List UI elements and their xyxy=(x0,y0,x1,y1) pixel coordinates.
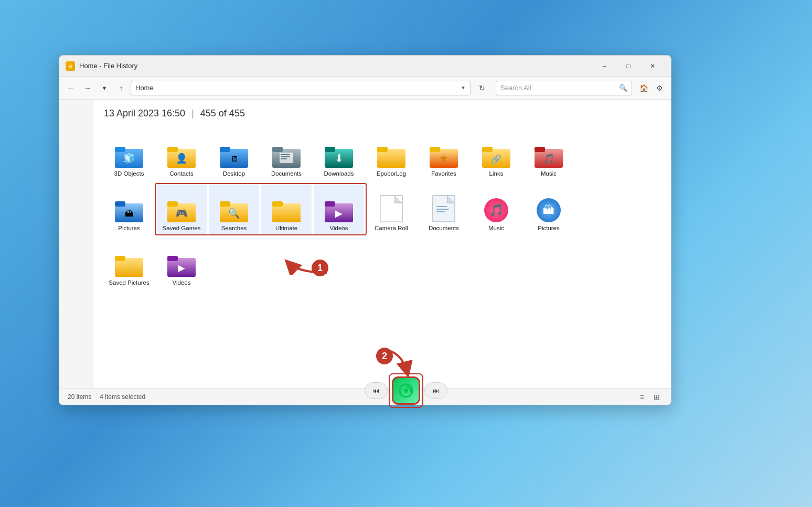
selected-count: 4 items selected xyxy=(100,393,145,401)
svg-text:🎮: 🎮 xyxy=(176,208,188,219)
home-button[interactable]: 🏠 xyxy=(636,81,651,95)
svg-text:▶: ▶ xyxy=(335,208,343,219)
title-bar: H Home - File History – □ ✕ xyxy=(59,56,671,77)
svg-text:⬇: ⬇ xyxy=(335,153,344,164)
folder-saved-pictures-label: Saved Pictures xyxy=(105,279,153,287)
nav-controls: ⏮ 2 ⏭ xyxy=(365,376,447,405)
prev-button[interactable]: ⏮ xyxy=(365,382,388,399)
forward-button[interactable]: → xyxy=(80,81,95,95)
navigation-bar: ← → ▼ ↑ Home ▼ ↻ Search All 🔍 🏠 ⚙ xyxy=(59,77,671,100)
window-controls: – □ ✕ xyxy=(592,58,665,74)
annotation-1-area: 1 xyxy=(282,244,329,277)
folder-desktop[interactable]: 🖥 Desktop xyxy=(209,130,259,180)
svg-rect-11 xyxy=(220,147,230,152)
address-bar[interactable]: Home ▼ xyxy=(131,81,471,95)
close-button[interactable]: ✕ xyxy=(640,58,665,74)
restore-button-container: 2 xyxy=(392,376,420,405)
svg-rect-37 xyxy=(167,201,178,207)
svg-text:H: H xyxy=(69,64,72,69)
folder-videos-row3[interactable]: ▶ Videos xyxy=(156,239,207,289)
list-view-button[interactable]: ≡ xyxy=(636,391,648,403)
folder-links[interactable]: 🔗 Links xyxy=(471,130,521,180)
file-documents[interactable]: Documents xyxy=(419,184,469,234)
svg-rect-25 xyxy=(430,147,440,152)
next-button[interactable]: ⏭ xyxy=(424,382,447,399)
annotation-2-area: 2 xyxy=(376,348,418,381)
maximize-button[interactable]: □ xyxy=(616,58,640,74)
icon-music[interactable]: 🎵 Music xyxy=(471,184,521,234)
folder-desktop-label: Desktop xyxy=(210,170,258,178)
up-button[interactable]: ↑ xyxy=(114,81,129,95)
folder-pictures[interactable]: 🏔 Pictures xyxy=(104,184,154,234)
window-title: Home - File History xyxy=(79,62,592,70)
date-info-bar: 13 April 2023 16:50 | 455 of 455 xyxy=(104,108,660,119)
file-grid-row-2: 🏔 Pictures 🎮 xyxy=(104,184,660,234)
status-bar-left: 20 items 4 items selected xyxy=(68,393,636,401)
folder-epuborlog[interactable]: EpuborLog xyxy=(366,130,416,180)
icon-music-label: Music xyxy=(473,224,520,232)
main-content: 13 April 2023 16:50 | 455 of 455 xyxy=(93,100,671,388)
folder-downloads[interactable]: ⬇ Downloads xyxy=(314,130,364,180)
folder-documents[interactable]: Documents xyxy=(261,130,312,180)
svg-point-65 xyxy=(404,389,408,393)
file-documents-label: Documents xyxy=(420,224,467,232)
svg-text:👤: 👤 xyxy=(176,153,188,164)
folder-saved-games[interactable]: 🎮 Saved Games xyxy=(156,184,207,234)
back-button[interactable]: ← xyxy=(63,81,78,95)
settings-button[interactable]: ⚙ xyxy=(652,81,667,95)
folder-music[interactable]: 🎵 Music xyxy=(523,130,574,180)
folder-documents-label: Documents xyxy=(263,170,310,178)
folder-contacts[interactable]: 👤 Contacts xyxy=(156,130,207,180)
search-icon[interactable]: 🔍 xyxy=(619,84,627,92)
folder-searches[interactable]: 🔍 Searches xyxy=(209,184,259,234)
file-grid-row-1: 🧊 3D Objects xyxy=(104,130,660,180)
folder-favorites[interactable]: ★ Favorites xyxy=(419,130,469,180)
folder-3d-objects-label: 3D Objects xyxy=(105,170,153,178)
date-text: 13 April 2023 16:50 xyxy=(104,108,185,119)
minimize-button[interactable]: – xyxy=(592,58,616,74)
svg-rect-28 xyxy=(482,147,493,152)
content-area: 13 April 2023 16:50 | 455 of 455 xyxy=(59,100,671,388)
svg-text:▶: ▶ xyxy=(178,263,185,273)
sidebar xyxy=(59,100,93,388)
folder-music-label: Music xyxy=(525,170,572,178)
svg-rect-43 xyxy=(272,201,283,207)
grid-view-button[interactable]: ⊞ xyxy=(651,391,663,403)
file-camera-roll-label: Camera Roll xyxy=(368,224,415,232)
svg-rect-16 xyxy=(281,154,290,155)
svg-rect-55 xyxy=(436,206,447,207)
svg-rect-45 xyxy=(325,201,335,207)
folder-saved-games-label: Saved Games xyxy=(158,224,205,232)
history-dropdown-button[interactable]: ▼ xyxy=(97,81,112,95)
folder-3d-objects[interactable]: 🧊 3D Objects xyxy=(104,130,154,180)
file-camera-roll[interactable]: Camera Roll xyxy=(366,184,416,234)
annotation-badge-1: 1 xyxy=(312,260,328,276)
svg-rect-40 xyxy=(220,201,230,207)
folder-pictures-label: Pictures xyxy=(105,224,153,232)
svg-text:🔍: 🔍 xyxy=(228,208,240,219)
search-bar[interactable]: Search All 🔍 xyxy=(496,81,632,95)
svg-rect-59 xyxy=(115,256,125,261)
nav-extra-buttons: 🏠 ⚙ xyxy=(636,81,667,95)
svg-rect-56 xyxy=(436,209,449,210)
address-dropdown-icon[interactable]: ▼ xyxy=(461,85,466,91)
svg-rect-23 xyxy=(377,147,388,152)
svg-text:🏔: 🏔 xyxy=(125,209,133,218)
svg-rect-17 xyxy=(281,156,290,157)
app-icon: H xyxy=(66,61,75,71)
folder-videos-row2[interactable]: ▶ Videos xyxy=(314,184,364,234)
svg-rect-4 xyxy=(115,147,125,152)
folder-videos-row3-label: Videos xyxy=(158,279,205,287)
folder-ultimate[interactable]: Ultimate xyxy=(261,184,312,234)
svg-rect-47 xyxy=(380,196,402,222)
refresh-button[interactable]: ↻ xyxy=(475,81,489,95)
svg-text:🖥: 🖥 xyxy=(230,154,238,163)
folder-downloads-label: Downloads xyxy=(315,170,362,178)
svg-text:🔗: 🔗 xyxy=(491,154,501,164)
svg-text:🧊: 🧊 xyxy=(123,153,135,164)
folder-saved-pictures[interactable]: Saved Pictures xyxy=(104,239,154,289)
file-history-window: H Home - File History – □ ✕ ← → ▼ ↑ Home… xyxy=(59,55,671,405)
icon-pictures-label: Pictures xyxy=(525,224,572,232)
icon-pictures[interactable]: 🏔 Pictures xyxy=(523,184,574,234)
folder-videos-row2-label: Videos xyxy=(315,224,362,232)
